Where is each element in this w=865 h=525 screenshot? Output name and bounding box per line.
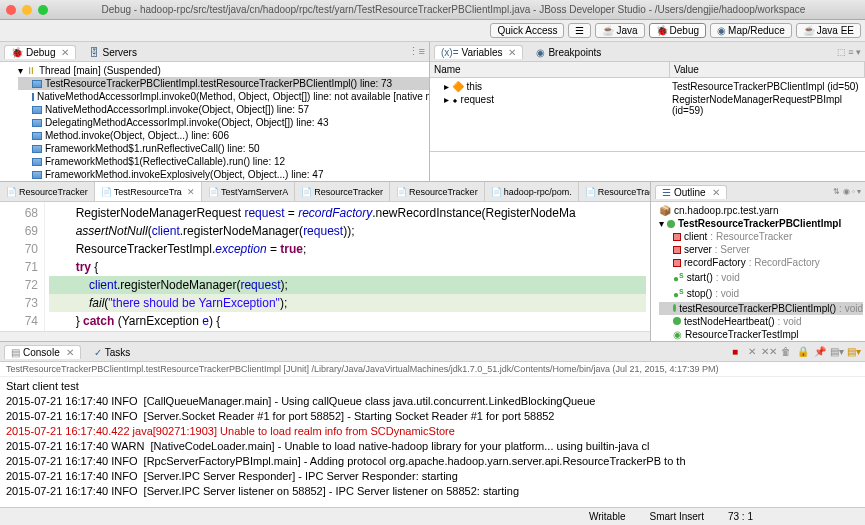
- close-icon[interactable]: ✕: [66, 347, 74, 358]
- tab-debug[interactable]: 🐞Debug✕: [4, 45, 76, 59]
- console-line: Start client test: [6, 379, 859, 394]
- console-line: 2015-07-21 16:17:40.422 java[90271:1903]…: [6, 424, 859, 439]
- console-line: 2015-07-21 16:17:40 INFO [RpcServerFacto…: [6, 454, 859, 469]
- console-line: 2015-07-21 16:17:40 INFO [CallQueueManag…: [6, 394, 859, 409]
- console-process-label: TestResourceTrackerPBClientImpl.testReso…: [0, 362, 865, 377]
- outline-member[interactable]: ●s stop() : void: [659, 285, 863, 301]
- close-icon[interactable]: ✕: [508, 47, 516, 58]
- outline-tree[interactable]: 📦cn.hadoop.rpc.test.yarn ▾ TestResourceT…: [651, 202, 865, 341]
- stack-frame[interactable]: NativeMethodAccessorImpl.invoke0(Method,…: [18, 90, 429, 103]
- code-body[interactable]: RegisterNodeManagerRequest request = rec…: [45, 202, 650, 331]
- tab-tasks[interactable]: ✓Tasks: [87, 345, 138, 359]
- window-titlebar: Debug - hadoop-rpc/src/test/java/cn/hado…: [0, 0, 865, 20]
- perspective-javaee[interactable]: ☕Java EE: [796, 23, 861, 38]
- horizontal-scrollbar[interactable]: [0, 331, 650, 341]
- outline-package[interactable]: 📦cn.hadoop.rpc.test.yarn: [659, 204, 863, 217]
- outline-member[interactable]: server : Server: [659, 243, 863, 256]
- zoom-window-button[interactable]: [38, 5, 48, 15]
- code-line[interactable]: fail("there should be YarnException");: [49, 294, 646, 312]
- console-line: 2015-07-21 16:17:40 WARN [NativeCodeLoad…: [6, 439, 859, 454]
- console-output[interactable]: Start client test2015-07-21 16:17:40 INF…: [0, 377, 865, 507]
- outline-toolbar[interactable]: ⇅ ◉ ◦ ▾: [833, 187, 861, 196]
- editor-tab[interactable]: 📄ResourceTracker: [295, 182, 390, 201]
- scroll-lock-button[interactable]: 🔒: [796, 345, 810, 359]
- terminate-button[interactable]: ■: [728, 345, 742, 359]
- outline-member[interactable]: testResourceTrackerPBClientImpl() : void: [659, 302, 863, 315]
- console-line: 2015-07-21 16:17:40 INFO [Server.IPC Ser…: [6, 484, 859, 499]
- perspective-java[interactable]: ☕Java: [595, 23, 644, 38]
- console-line: 2015-07-21 16:17:40 INFO [Server.Socket …: [6, 409, 859, 424]
- tab-breakpoints[interactable]: ◉Breakpoints: [529, 45, 608, 59]
- clear-console-button[interactable]: 🗑: [779, 345, 793, 359]
- stack-frame[interactable]: DelegatingMethodAccessorImpl.invoke(Obje…: [18, 116, 429, 129]
- line-gutter[interactable]: 6869707172737475: [0, 202, 45, 331]
- status-bar: Writable Smart Insert 73 : 1: [0, 507, 865, 525]
- outline-member[interactable]: ◉ ResourceTrackerTestImpl: [659, 328, 863, 341]
- debug-stack-tree[interactable]: ▾⏸Thread [main] (Suspended)TestResourceT…: [0, 62, 429, 181]
- tab-servers[interactable]: 🗄Servers: [82, 45, 143, 59]
- console-line: 2015-07-21 16:17:40 INFO [Server.IPC Ser…: [6, 469, 859, 484]
- code-line[interactable]: } catch (YarnException e) {: [49, 312, 646, 330]
- editor-tab[interactable]: 📄hadoop-rpc/pom.: [485, 182, 579, 201]
- pin-console-button[interactable]: 📌: [813, 345, 827, 359]
- tab-console[interactable]: ▤Console✕: [4, 345, 81, 359]
- stack-frame[interactable]: TestResourceTrackerPBClientImpl.testReso…: [18, 77, 429, 90]
- stack-frame[interactable]: FrameworkMethod.invokeExplosively(Object…: [18, 168, 429, 181]
- tab-variables[interactable]: (x)=Variables✕: [434, 45, 523, 59]
- debug-view: 🐞Debug✕ 🗄Servers ⋮≡ ▾⏸Thread [main] (Sus…: [0, 42, 430, 181]
- variables-table[interactable]: ▸ 🔶 thisTestResourceTrackerPBClientImpl …: [430, 78, 865, 151]
- editor-tab[interactable]: 📄TestResourceTra✕: [95, 182, 202, 201]
- col-value[interactable]: Value: [670, 62, 865, 77]
- editor-tab-bar: 📄ResourceTracker📄TestResourceTra✕📄TestYa…: [0, 182, 650, 202]
- perspective-mapreduce[interactable]: ◉Map/Reduce: [710, 23, 792, 38]
- code-line[interactable]: ResourceTrackerTestImpl.exception = true…: [49, 240, 646, 258]
- stack-frame[interactable]: FrameworkMethod$1(ReflectiveCallable).ru…: [18, 155, 429, 168]
- close-icon[interactable]: ✕: [61, 47, 69, 58]
- stack-frame[interactable]: FrameworkMethod$1.runReflectiveCall() li…: [18, 142, 429, 155]
- variables-view: (x)=Variables✕ ◉Breakpoints ⬚ ≡ ▾ Name V…: [430, 42, 865, 181]
- editor-tab[interactable]: 📄TestYarnServerA: [202, 182, 295, 201]
- variable-row[interactable]: ▸ 🔶 thisTestResourceTrackerPBClientImpl …: [432, 80, 863, 93]
- view-toolbar-icon[interactable]: ⬚ ≡ ▾: [837, 47, 861, 57]
- stack-frame[interactable]: Method.invoke(Object, Object...) line: 6…: [18, 129, 429, 142]
- editor-tab[interactable]: 📄ResourceTracker: [0, 182, 95, 201]
- outline-view: ☰Outline✕ ⇅ ◉ ◦ ▾ 📦cn.hadoop.rpc.test.ya…: [650, 182, 865, 341]
- thread-node[interactable]: ▾⏸Thread [main] (Suspended): [18, 64, 429, 77]
- close-window-button[interactable]: [6, 5, 16, 15]
- status-writable: Writable: [589, 511, 626, 522]
- console-view: ▤Console✕ ✓Tasks ■ ✕ ✕✕ 🗑 🔒 📌 ▤▾ ▤▾ Test…: [0, 342, 865, 507]
- remove-launch-button[interactable]: ✕: [745, 345, 759, 359]
- open-perspective-button[interactable]: ☰: [568, 23, 591, 38]
- tab-outline[interactable]: ☰Outline✕: [655, 185, 727, 199]
- code-line[interactable]: assertNotNull(client.registerNodeManager…: [49, 222, 646, 240]
- editor-tab[interactable]: 📄ResourceTracker: [390, 182, 485, 201]
- editor-tab[interactable]: 📄ResourceTracker: [579, 182, 650, 201]
- outline-member[interactable]: testNodeHeartbeat() : void: [659, 315, 863, 328]
- code-line[interactable]: client.registerNodeManager(request);: [49, 276, 646, 294]
- outline-member[interactable]: recordFactory : RecordFactory: [659, 256, 863, 269]
- col-name[interactable]: Name: [430, 62, 670, 77]
- minimize-window-button[interactable]: [22, 5, 32, 15]
- variable-row[interactable]: ▸ ⬥ requestRegisterNodeManagerRequestPBI…: [432, 93, 863, 117]
- display-console-button[interactable]: ▤▾: [830, 345, 844, 359]
- window-title: Debug - hadoop-rpc/src/test/java/cn/hado…: [48, 4, 859, 15]
- outline-member[interactable]: client : ResourceTracker: [659, 230, 863, 243]
- perspective-debug[interactable]: 🐞Debug: [649, 23, 706, 38]
- quick-access[interactable]: Quick Access: [490, 23, 564, 38]
- view-menu-icon[interactable]: ⋮≡: [408, 45, 425, 58]
- status-cursor-pos: 73 : 1: [728, 511, 753, 522]
- close-icon[interactable]: ✕: [712, 187, 720, 198]
- open-console-button[interactable]: ▤▾: [847, 345, 861, 359]
- editor-area: 📄ResourceTracker📄TestResourceTra✕📄TestYa…: [0, 182, 650, 341]
- code-line[interactable]: try {: [49, 258, 646, 276]
- status-insert-mode: Smart Insert: [650, 511, 704, 522]
- perspective-bar: Quick Access ☰ ☕Java 🐞Debug ◉Map/Reduce …: [0, 20, 865, 42]
- outline-class[interactable]: ▾ TestResourceTrackerPBClientImpl: [659, 217, 863, 230]
- remove-all-button[interactable]: ✕✕: [762, 345, 776, 359]
- close-icon[interactable]: ✕: [187, 187, 195, 197]
- outline-member[interactable]: ●s start() : void: [659, 269, 863, 285]
- code-line[interactable]: RegisterNodeManagerRequest request = rec…: [49, 204, 646, 222]
- stack-frame[interactable]: NativeMethodAccessorImpl.invoke(Object, …: [18, 103, 429, 116]
